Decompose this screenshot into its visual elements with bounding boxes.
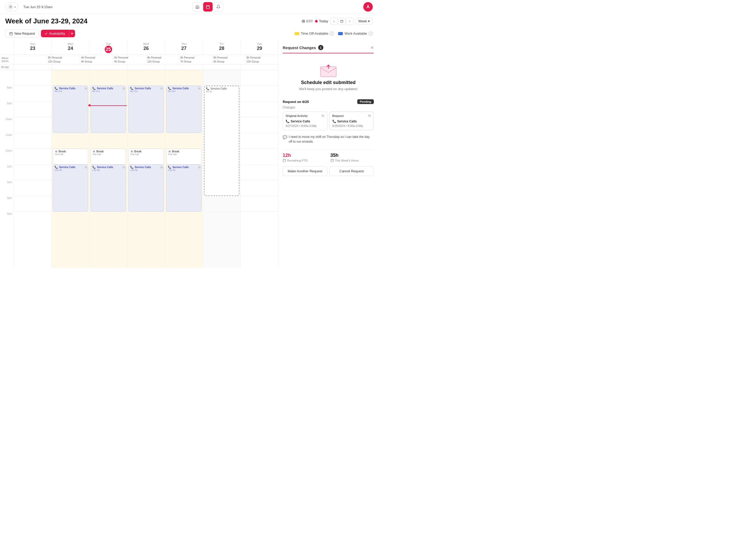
top-bar-left: ▾ Tue Jun 25 9:15am (5, 2, 53, 11)
phone-icon: 📞 (92, 166, 96, 169)
allday-thu (165, 65, 203, 70)
calendar-area: Sun 23 Mon 24 Tue 25 Wed 26 Thu 27 Fri 2… (0, 41, 278, 268)
home-button[interactable] (193, 2, 202, 12)
status-badge: Pending (357, 99, 374, 104)
svg-point-0 (10, 6, 11, 7)
day-col-sat (240, 70, 278, 268)
allday-wed (127, 65, 165, 70)
svg-rect-7 (283, 159, 286, 162)
day-col-thu: 📞 Service Calls 8a-11a ⊟ ☕ Break (165, 70, 203, 268)
user-icon (8, 4, 13, 10)
cancel-request-button[interactable]: Cancel Request (329, 166, 374, 176)
user-menu-button[interactable]: ▾ (5, 2, 18, 11)
event-mon-service-morning[interactable]: 📞 Service Calls 8a-11a ⊟ (53, 86, 88, 133)
event-thu-break[interactable]: ☕ Break 11a-12p (166, 149, 202, 164)
allday-sat (240, 65, 278, 70)
chevron-down-icon: ▾ (368, 19, 370, 23)
day-header-thu: Thu 27 (165, 41, 203, 55)
request-card-header: Request 7h (332, 114, 371, 117)
event-collapse-icon[interactable]: ⊟ (161, 166, 163, 169)
panel-close-button[interactable]: ✕ (370, 45, 374, 50)
event-thu-service-morning[interactable]: 📞 Service Calls 8a-11a ⊟ (166, 86, 202, 133)
event-collapse-icon[interactable]: ⊟ (198, 166, 200, 169)
availability-button[interactable]: Availability (41, 30, 69, 37)
user-avatar[interactable]: A (363, 2, 373, 12)
comment-section: 💬 I need to move my shift on Thursday so… (283, 134, 374, 145)
availability-dropdown-button[interactable]: ▾ (69, 30, 75, 37)
timezone-button[interactable]: EST (302, 19, 313, 23)
chevron-down-icon: ▾ (15, 6, 16, 8)
allday-label: All day (0, 65, 14, 70)
event-collapse-icon[interactable]: ⊟ (161, 87, 163, 90)
svg-rect-8 (331, 159, 333, 162)
today-button[interactable]: Today (315, 19, 328, 23)
make-another-request-button[interactable]: Make Another Request (283, 166, 327, 176)
allow-cell-wed: 6h Personal 4h Group (113, 55, 146, 64)
day-col-wed: 📞 Service Calls 8a-11a ⊟ ☕ Break (127, 70, 165, 268)
event-wed-service-morning[interactable]: 📞 Service Calls 8a-11a ⊟ (128, 86, 164, 133)
main-layout: Sun 23 Mon 24 Tue 25 Wed 26 Thu 27 Fri 2… (0, 41, 378, 268)
prev-week-button[interactable]: ‹ (330, 18, 338, 25)
toolbar: New Request Availability ▾ Time Off Avai… (0, 27, 378, 41)
event-collapse-icon[interactable]: ⊟ (198, 87, 200, 90)
allday-tue (89, 65, 127, 70)
request-meta: Request on 6/25 Pending (283, 99, 374, 104)
submitted-title: Schedule edit submitted (285, 80, 371, 85)
phone-icon: 📞 (332, 120, 336, 123)
day-col-mon: 📞 Service Calls 8a-11a ⊟ ☕ Break (51, 70, 89, 268)
time-off-info-icon[interactable]: i (330, 31, 334, 36)
phone-icon: 📞 (168, 87, 171, 90)
day-col-tue: 📞 Service Calls 8a-11a ⊟ ☕ Break (89, 70, 127, 268)
days-grid: 📞 Service Calls 8a-11a ⊟ ☕ Break (14, 70, 278, 268)
view-dropdown[interactable]: Week ▾ (355, 18, 373, 25)
allowances-row: Allow-ances 8h Personal 12h Group 4h Per… (0, 55, 278, 65)
event-wed-break[interactable]: ☕ Break 11a-12p (128, 149, 164, 164)
day-header-mon: Mon 24 (51, 41, 89, 55)
event-thu-service-afternoon[interactable]: 📞 Service Calls 12p-3p ⊟ (166, 164, 202, 212)
event-collapse-icon[interactable]: ⊟ (85, 87, 87, 90)
event-collapse-icon[interactable]: ⊟ (85, 166, 87, 169)
allow-cell-fri: 8h Personal 7h Group (179, 55, 212, 64)
event-tue-service-morning[interactable]: 📞 Service Calls 8a-11a ⊟ (91, 86, 126, 133)
current-time-indicator (89, 105, 127, 106)
calendar-button[interactable] (203, 2, 213, 12)
toolbar-right: Time Off Available i Work Available i (295, 31, 373, 36)
page-title: Week of June 23-29, 2024 (5, 17, 87, 25)
new-request-button[interactable]: New Request (5, 29, 39, 37)
allday-fri (203, 65, 240, 70)
allday-row: All day (0, 65, 278, 70)
event-tue-service-afternoon[interactable]: 📞 Service Calls 12p-3p ⊟ (91, 164, 126, 212)
phone-icon: 📞 (130, 87, 133, 90)
bell-button[interactable] (214, 2, 223, 12)
phone-icon: 📞 (55, 166, 58, 169)
pto-label: Remaining PTO (283, 159, 326, 162)
pto-stat: 12h Remaining PTO (283, 153, 326, 162)
original-service: 📞 Service Calls (286, 120, 324, 123)
submitted-banner: Schedule edit submitted We'll keep you p… (283, 58, 374, 96)
time-off-color-swatch (295, 32, 299, 35)
datetime-display: Tue Jun 25 9:15am (24, 5, 53, 9)
work-info-icon[interactable]: i (368, 31, 373, 36)
allow-cell-sat: 8h Personal 12h Group (245, 55, 278, 64)
allow-cell-sun (14, 55, 47, 64)
next-week-button[interactable]: › (346, 18, 353, 25)
phone-icon: 📞 (206, 87, 209, 90)
day-header-wed: Wed 26 (127, 41, 165, 55)
svg-rect-5 (10, 32, 13, 35)
event-wed-service-afternoon[interactable]: 📞 Service Calls 12p-3p ⊟ (128, 164, 164, 212)
phone-icon: 📞 (286, 120, 290, 123)
week-nav: ‹ › (330, 18, 353, 25)
event-mon-break[interactable]: ☕ Break 11a-12p (53, 149, 88, 164)
calendar-picker-button[interactable] (338, 18, 346, 25)
hours-label: This Week's Hours (330, 159, 374, 162)
calendar-header: Sun 23 Mon 24 Tue 25 Wed 26 Thu 27 Fri 2… (0, 41, 278, 55)
break-icon: ☕ (55, 150, 58, 153)
event-fri-service-dashed[interactable]: 📞 Service Calls 8a-3p (204, 86, 239, 196)
event-tue-break[interactable]: ☕ Break 11a-12p (91, 149, 126, 164)
original-time: 6/27/2024 • 8:00a-3:00p (286, 124, 324, 128)
event-collapse-icon[interactable]: ⊟ (122, 166, 125, 169)
event-collapse-icon[interactable]: ⊟ (122, 87, 125, 90)
day-header-fri: Fri 28 (203, 41, 240, 55)
event-mon-service-afternoon[interactable]: 📞 Service Calls 12p-3p ⊟ (53, 164, 88, 212)
panel-header: Request Changes 1 ✕ (283, 45, 374, 53)
